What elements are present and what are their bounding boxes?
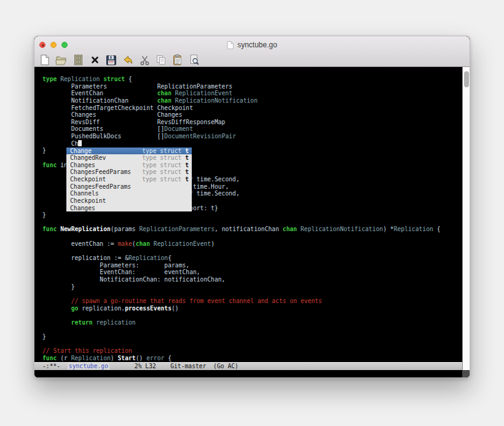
- close-buffer-button[interactable]: [89, 54, 101, 66]
- open-file-button[interactable]: [55, 54, 68, 66]
- copy-icon: [156, 54, 167, 66]
- autocomplete-item[interactable]: ChangesFeedParams: [66, 183, 192, 191]
- code-line: NotificationChan: notificationChan,: [42, 276, 463, 283]
- search-icon: [189, 54, 200, 66]
- code-line: Ch: [42, 140, 463, 148]
- autocomplete-item[interactable]: Checkpoint: [66, 197, 192, 205]
- code-line: func NewReplication(params ReplicationPa…: [42, 226, 463, 233]
- modeline-scrollbar-cap: [462, 362, 470, 371]
- close-x-icon: [91, 56, 99, 64]
- code-line: }: [42, 333, 463, 341]
- cut-button[interactable]: [138, 54, 151, 66]
- code-line: [42, 290, 463, 298]
- modified-indicator: -:**-: [42, 363, 68, 369]
- title-group: synctube.go: [227, 41, 277, 49]
- code-editor[interactable]: type Replication struct { Parameters Rep…: [34, 67, 470, 362]
- paste-clipboard-icon: [172, 54, 183, 66]
- scrollbar-thumb[interactable]: [464, 71, 469, 87]
- dired-button[interactable]: [72, 54, 84, 66]
- traffic-lights: [39, 42, 68, 48]
- code-line: func (r Replication) Start() error {: [42, 355, 463, 362]
- code-line: Parameters ReplicationParameters: [42, 83, 463, 90]
- modeline-status: 2% L32 Git-master (Go AC): [109, 363, 238, 369]
- code-line: [42, 233, 463, 240]
- code-line: Changes Changes: [42, 111, 463, 119]
- autocomplete-item[interactable]: Changetype struct t: [66, 148, 192, 155]
- new-file-button[interactable]: [39, 54, 51, 66]
- code-line: [42, 219, 463, 226]
- code-line: replication := &Replication{: [42, 254, 463, 262]
- paste-button[interactable]: [171, 54, 184, 66]
- copy-button[interactable]: [155, 54, 167, 66]
- code-line: [42, 312, 463, 319]
- title-bar[interactable]: synctube.go: [34, 36, 470, 53]
- mode-line: -:**- synctube.go 2% L32 Git-master (Go …: [34, 362, 470, 370]
- minimize-button[interactable]: [50, 42, 57, 48]
- code-line: }: [42, 283, 463, 291]
- text-cursor: [78, 140, 82, 147]
- code-line: // spawn a go-routine that reads from ev…: [42, 298, 463, 305]
- code-line: NotificationChan chan ReplicationNotific…: [42, 97, 463, 105]
- code-line: FetchedTargetCheckpoint Checkpoint: [42, 105, 463, 112]
- file-cabinet-icon: [73, 54, 84, 66]
- code-line: type Replication struct {: [42, 76, 463, 83]
- code-line: Parameters: params,: [42, 262, 463, 269]
- scissors-icon: [140, 55, 150, 66]
- save-floppy-icon: [106, 55, 117, 66]
- code-line: RevsDiff RevsDiffResponseMap: [42, 119, 463, 126]
- autocomplete-item[interactable]: Channels: [66, 190, 192, 197]
- code-line: [42, 247, 463, 254]
- code-line: return replication: [42, 319, 463, 326]
- buffer-name: synctube.go: [68, 363, 109, 369]
- code-line: EventChan chan ReplicationEvent: [42, 90, 463, 97]
- resize-grip[interactable]: [462, 370, 470, 378]
- code-line: }: [42, 211, 463, 219]
- zoom-button[interactable]: [61, 42, 68, 48]
- autocomplete-item[interactable]: ChangedRevtype struct t: [66, 154, 192, 162]
- open-folder-icon: [55, 54, 68, 66]
- new-file-icon: [39, 54, 50, 66]
- autocomplete-item[interactable]: Changestype struct t: [66, 162, 192, 169]
- code-line: // Start this replication: [42, 347, 463, 355]
- code-line: PushedBulkDocs []DocumentRevisionPair: [42, 133, 463, 140]
- emacs-window: synctube.go: [34, 36, 470, 378]
- autocomplete-item[interactable]: Checkpointtype struct t: [66, 176, 192, 183]
- autocomplete-popup: Changetype struct tChangedRevtype struct…: [66, 148, 192, 212]
- code-line: [42, 341, 463, 348]
- close-button[interactable]: [39, 42, 45, 48]
- undo-button[interactable]: [122, 54, 134, 66]
- echo-area: type struct: [34, 370, 470, 378]
- search-button[interactable]: [188, 54, 200, 66]
- window-title: synctube.go: [237, 41, 277, 49]
- code-line: EventChan: eventChan,: [42, 269, 463, 276]
- autocomplete-item[interactable]: Changes: [66, 205, 192, 212]
- code-line: eventChan := make(chan ReplicationEvent): [42, 240, 463, 248]
- code-line: [42, 326, 463, 333]
- code-line: go replication.processEvents(): [42, 305, 463, 312]
- undo-arrow-icon: [122, 55, 133, 66]
- save-button[interactable]: [105, 54, 117, 66]
- toolbar: [34, 53, 470, 67]
- document-icon: [227, 41, 234, 49]
- code-line: Documents []Document: [42, 125, 463, 133]
- code-lines: type Replication struct { Parameters Rep…: [34, 67, 463, 362]
- scrollbar[interactable]: [462, 67, 470, 362]
- autocomplete-item[interactable]: ChangesFeedParamstype struct t: [66, 168, 192, 176]
